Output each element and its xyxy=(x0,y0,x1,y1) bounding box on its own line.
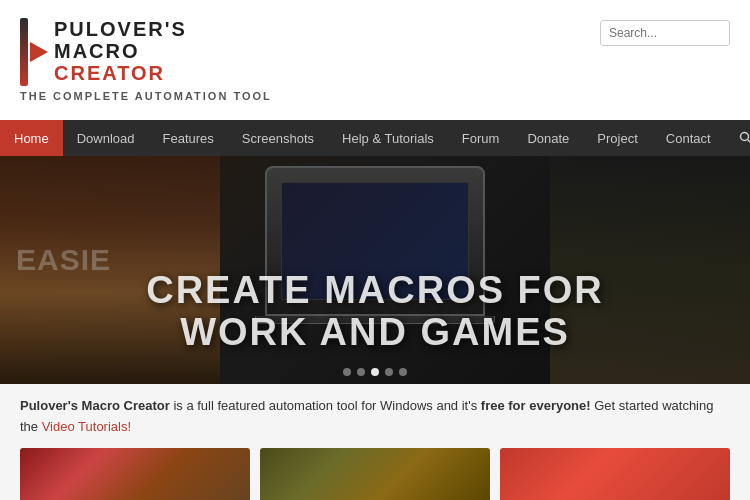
hero-dot-1[interactable] xyxy=(343,368,351,376)
search-input[interactable] xyxy=(600,20,730,46)
thumbnail-row xyxy=(20,448,730,500)
video-tutorials-link[interactable]: Video Tutorials! xyxy=(42,419,131,434)
svg-point-0 xyxy=(740,133,748,141)
navbar: Home Download Features Screenshots Help … xyxy=(0,120,750,156)
free-label: free for everyone! xyxy=(481,398,591,413)
hero-dot-3[interactable] xyxy=(371,368,379,376)
logo-line-1: PULOVER'S xyxy=(54,18,187,40)
intro-paragraph: Pulover's Macro Creator is a full featur… xyxy=(20,396,730,438)
nav-donate[interactable]: Donate xyxy=(513,120,583,156)
nav-search-icon[interactable] xyxy=(725,120,750,156)
logo-line-2: MACRO xyxy=(54,40,187,62)
hero-headline: CREATE MACROS FOR WORK AND GAMES xyxy=(0,270,750,354)
nav-contact[interactable]: Contact xyxy=(652,120,725,156)
hero-dot-2[interactable] xyxy=(357,368,365,376)
nav-screenshots[interactable]: Screenshots xyxy=(228,120,328,156)
nav-home[interactable]: Home xyxy=(0,120,63,156)
hero-dot-4[interactable] xyxy=(385,368,393,376)
hero-section: EASIE CREATE MACROS FOR WORK AND GAMES xyxy=(0,156,750,384)
logo-area: PULOVER'S MACRO CREATOR THE COMPLETE AUT… xyxy=(20,18,272,102)
hero-headline-line2: WORK AND GAMES xyxy=(0,312,750,354)
hero-headline-line1: CREATE MACROS FOR xyxy=(0,270,750,312)
logo-icon xyxy=(20,18,48,86)
intro-middle: is a full featured automation tool for W… xyxy=(170,398,481,413)
logo-combined: PULOVER'S MACRO CREATOR xyxy=(20,18,272,86)
nav-project[interactable]: Project xyxy=(583,120,651,156)
hero-dot-5[interactable] xyxy=(399,368,407,376)
hero-dots xyxy=(343,368,407,376)
site-tagline: THE COMPLETE AUTOMATION TOOL xyxy=(20,90,272,102)
thumbnail-2[interactable] xyxy=(260,448,490,500)
logo-text: PULOVER'S MACRO CREATOR xyxy=(54,18,187,84)
thumbnail-1[interactable] xyxy=(20,448,250,500)
site-header: PULOVER'S MACRO CREATOR THE COMPLETE AUT… xyxy=(0,0,750,120)
nav-download[interactable]: Download xyxy=(63,120,149,156)
nav-forum[interactable]: Forum xyxy=(448,120,514,156)
logo-line-3: CREATOR xyxy=(54,62,187,84)
thumbnail-3[interactable] xyxy=(500,448,730,500)
nav-features[interactable]: Features xyxy=(149,120,228,156)
brand-name: Pulover's Macro Creator xyxy=(20,398,170,413)
content-section: Pulover's Macro Creator is a full featur… xyxy=(0,384,750,500)
nav-help-tutorials[interactable]: Help & Tutorials xyxy=(328,120,448,156)
